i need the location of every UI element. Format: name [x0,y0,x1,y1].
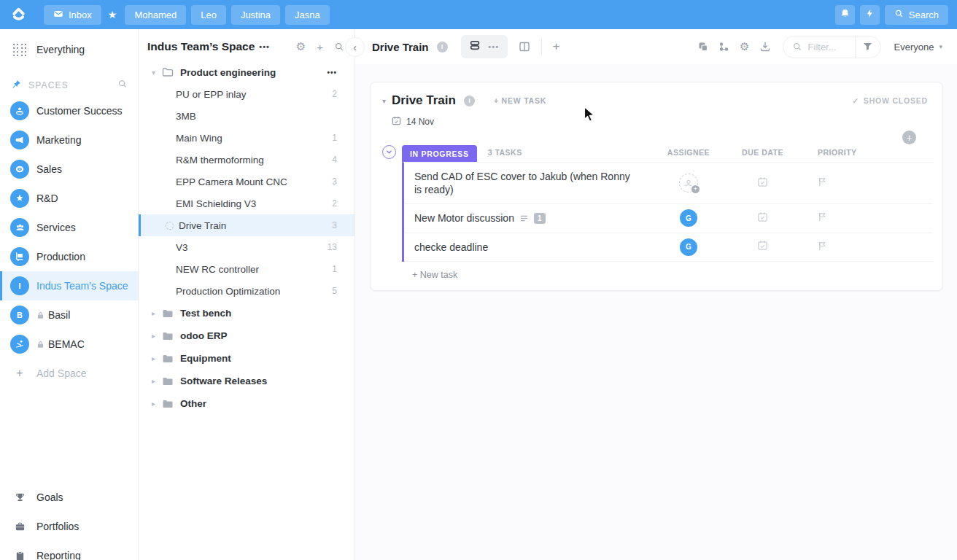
subtask-count-badge: 1 [534,213,546,224]
chevron-right-icon[interactable]: ▸ [152,354,162,362]
chevron-right-icon[interactable]: ▸ [152,309,162,317]
star-icon[interactable]: ★ [108,9,117,20]
sidebar-item-bemac[interactable]: BEMAC [0,330,138,359]
ellipsis-icon[interactable]: ••• [327,69,337,77]
clickup-logo-icon[interactable] [9,5,28,24]
view-options-icon[interactable]: ••• [489,43,500,51]
list-item[interactable]: EMI Schielding V3 2 [139,192,354,214]
sidebar-item-everything[interactable]: Everything [0,35,138,64]
folder-row[interactable]: ▸ Equipment [139,347,354,370]
settings-gear-icon[interactable]: ⚙ [740,40,749,53]
tree-title: Indus Team’s Space [147,40,255,53]
search-button[interactable]: Search [885,5,948,25]
everything-label: Everything [36,44,85,55]
list-item[interactable]: NEW RC controller 1 [139,258,354,280]
sidebar-item-reporting[interactable]: Reporting [0,541,138,560]
task-title[interactable]: Send CAD of ESC cover to Jakub (when Ron… [404,163,652,203]
megaphone-icon [10,131,29,149]
assignee-avatar[interactable]: G [680,238,697,256]
everyone-dropdown[interactable]: Everyone ▾ [894,42,942,52]
tab-jasna[interactable]: Jasna [285,5,330,25]
sidebar-item-sales[interactable]: Sales [0,155,138,184]
task-row[interactable]: checke deadline G [404,233,933,262]
funnel-icon[interactable] [856,42,880,51]
sidebar-item-basil[interactable]: B Basil [0,300,138,330]
list-item-drive-train-selected[interactable]: Drive Train 3 [139,214,354,236]
assignee-avatar[interactable]: G [680,209,697,227]
tree-search-icon[interactable] [334,42,344,52]
download-icon[interactable] [759,41,771,52]
ellipsis-icon[interactable]: ••• [259,42,270,51]
sidebar-item-goals[interactable]: Goals [0,483,138,512]
sidebar-item-services[interactable]: Services [0,213,138,242]
list-name: EPP Camera Mount CNC [176,176,332,187]
sidebar-item-rd[interactable]: R&D [0,184,138,213]
chevron-down-icon[interactable]: ▾ [152,69,162,77]
layers-icon[interactable] [697,41,709,52]
inbox-button[interactable]: Inbox [44,5,101,25]
task-row[interactable]: New Motor discussion 1 G [404,204,933,233]
task-title[interactable]: checke deadline [404,233,652,261]
set-priority-flag-icon[interactable] [818,241,827,254]
list-status-icon [166,222,174,230]
list-due-date[interactable]: 14 Nov [392,116,942,128]
sidebar-item-marketing[interactable]: Marketing [0,125,138,155]
notifications-button[interactable] [835,5,855,25]
tab-justina[interactable]: Justina [231,5,280,25]
lightning-icon [865,9,875,20]
group-add-button[interactable]: + [902,131,916,144]
add-space-button[interactable]: + Add Space [0,359,138,388]
status-badge[interactable]: IN PROGRESS [402,145,477,162]
add-icon[interactable]: + [317,41,323,53]
add-view-button[interactable]: + [553,39,560,54]
group-collapse-button[interactable] [382,145,396,159]
set-priority-flag-icon[interactable] [818,176,827,190]
topbar-right: Search [835,5,948,25]
info-icon[interactable]: i [437,42,448,52]
list-item[interactable]: PU or EPP inlay 2 [139,83,354,105]
list-view-tab[interactable]: ••• [461,35,508,58]
list-item[interactable]: Production Optimization 5 [139,280,354,302]
collapse-list-chevron-icon[interactable]: ▾ [382,97,386,105]
sidebar-item-indus-teams-space[interactable]: I Indus Team’s Space [0,271,138,300]
folder-row[interactable]: ▸ Software Releases [139,370,354,392]
set-priority-flag-icon[interactable] [818,211,827,225]
board-view-tab[interactable] [519,41,530,52]
tab-mohamed[interactable]: Mohamed [125,5,186,25]
list-item[interactable]: 3MB [139,105,354,127]
tab-leo[interactable]: Leo [191,5,226,25]
spaces-search-icon[interactable] [117,79,128,92]
info-icon[interactable]: i [464,96,475,106]
list-item[interactable]: R&M thermoforming 4 [139,149,354,171]
task-title[interactable]: New Motor discussion [414,211,514,225]
collapse-sidebar-button[interactable]: ‹ [345,37,365,57]
add-assignee-button[interactable]: + [679,174,698,192]
folder-icon [162,399,174,409]
set-due-date-button[interactable] [757,176,768,190]
list-item[interactable]: EPP Camera Mount CNC 3 [139,171,354,192]
search-icon [894,9,904,20]
folder-row-product-engineering[interactable]: ▾ Product engineering ••• [139,61,354,83]
chevron-right-icon[interactable]: ▸ [152,400,162,408]
task-row[interactable]: Send CAD of ESC cover to Jakub (when Ron… [404,163,933,204]
sidebar-item-customer-success[interactable]: Customer Success [0,96,138,125]
show-closed-toggle[interactable]: ✓ SHOW CLOSED [852,96,928,105]
list-item[interactable]: Main Wing 1 [139,127,354,149]
new-task-button[interactable]: + NEW TASK [494,96,546,105]
chevron-right-icon[interactable]: ▸ [152,332,162,340]
filter-input[interactable] [808,42,852,52]
chevron-down-icon: ▾ [939,43,942,50]
add-task-link[interactable]: + New task [412,270,942,280]
folder-row[interactable]: ▸ Test bench [139,302,354,324]
folder-row[interactable]: ▸ odoo ERP [139,324,354,347]
folder-row[interactable]: ▸ Other [139,392,354,415]
set-due-date-button[interactable] [757,211,768,225]
sidebar-item-portfolios[interactable]: Portfolios [0,512,138,541]
quick-actions-button[interactable] [860,5,880,25]
set-due-date-button[interactable] [757,240,768,254]
gear-icon[interactable]: ⚙ [296,40,306,53]
list-item[interactable]: V3 13 [139,236,354,258]
chevron-right-icon[interactable]: ▸ [152,377,162,385]
sidebar-item-production[interactable]: Production [0,242,138,271]
hierarchy-icon[interactable] [718,41,730,52]
